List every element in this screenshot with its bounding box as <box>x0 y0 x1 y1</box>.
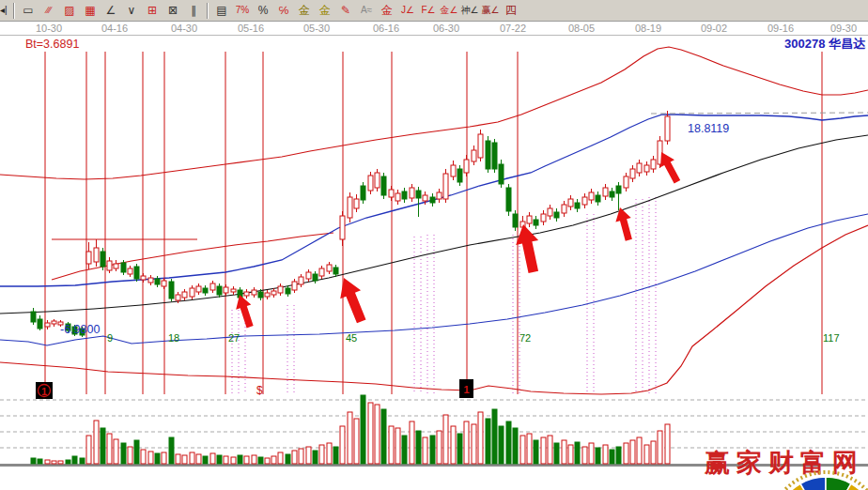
candle <box>575 203 580 208</box>
stock-code-name: 300278 华昌达 <box>784 37 866 51</box>
boxed-fan-tool-icon[interactable]: ▨ <box>59 2 80 20</box>
volume-bar <box>354 419 359 464</box>
candle <box>499 164 504 184</box>
candle <box>292 282 297 290</box>
volume-bar <box>506 421 511 464</box>
volume-bar <box>162 452 166 464</box>
price-label: 18.8119 <box>688 122 729 135</box>
volume-bar <box>443 415 448 464</box>
candle <box>486 141 490 169</box>
candle <box>258 292 263 298</box>
volume-bar <box>499 426 504 464</box>
candle <box>478 134 483 158</box>
volume-bar <box>169 437 174 464</box>
candle <box>45 323 50 327</box>
volume-bar <box>603 445 608 464</box>
candle <box>534 220 538 225</box>
percent-line-icon[interactable]: ℅ <box>273 2 294 20</box>
volume-bar <box>244 456 249 464</box>
candle <box>630 169 635 178</box>
volume-bar <box>45 460 50 464</box>
volume-bar <box>306 447 311 464</box>
gold-circle-icon[interactable]: 金 <box>294 2 315 20</box>
volume-bar <box>58 461 63 464</box>
volume-bar <box>265 458 270 464</box>
candle <box>134 267 139 279</box>
candle <box>423 195 427 201</box>
candle <box>410 188 414 198</box>
volume-bar <box>333 447 338 464</box>
prev-partial-icon[interactable]: ◂| <box>0 2 10 20</box>
zigzag-tool-icon[interactable]: ∨ <box>121 2 142 20</box>
volume-bar <box>658 431 662 464</box>
rectangle-tool-icon[interactable]: ▭ <box>18 2 39 20</box>
day-count-label: 117 <box>823 332 840 344</box>
day-count-label: 45 <box>346 332 357 344</box>
volume-bar <box>278 452 283 464</box>
grid-arrow-tool-icon[interactable]: ⊠ <box>163 2 183 20</box>
percent-icon[interactable]: % <box>253 2 273 20</box>
volume-bar <box>224 456 228 464</box>
date-label: 04-30 <box>171 23 197 34</box>
volume-bar <box>624 443 628 464</box>
toolbar-separator <box>13 3 15 19</box>
volume-bar <box>80 458 85 464</box>
candle-brush-icon[interactable]: ✎ <box>335 2 356 20</box>
trend-line-tool-icon[interactable]: ∠ <box>101 2 121 20</box>
volume-bar <box>231 457 236 464</box>
f-angle-icon[interactable]: F∠ <box>418 2 439 20</box>
volume-bar <box>190 452 194 464</box>
volume-bar <box>520 436 525 464</box>
watermark-text: 赢家财富网 <box>704 449 864 477</box>
wave-tool-icon[interactable]: A≈ <box>356 2 377 20</box>
date-label: 08-05 <box>568 23 595 34</box>
candle <box>252 290 256 295</box>
volume-bar <box>389 426 394 464</box>
grid-tool-icon[interactable]: ⊞ <box>142 2 163 20</box>
volume-bar <box>176 454 180 464</box>
date-label: 06-30 <box>433 23 459 34</box>
volume-bar <box>134 440 139 464</box>
candle <box>464 160 469 173</box>
toolbar: ◂|▭∕∕∕▨▦∠∨⊞⊠∥▤7%%℅金金✎A≈金J∠F∠金∠神∠赢∠四 <box>0 0 868 22</box>
gold-angle-icon[interactable]: 金∠ <box>439 2 459 20</box>
volume-bar <box>148 452 153 464</box>
candle <box>182 292 187 298</box>
candle <box>354 199 359 208</box>
gann-box-tool-icon[interactable]: ▦ <box>80 2 101 20</box>
si-icon[interactable]: 四 <box>501 2 521 20</box>
candle <box>196 286 201 292</box>
volume-bar <box>568 445 573 464</box>
volume-bar <box>86 436 91 464</box>
volume-bar <box>486 419 490 464</box>
j-angle-icon[interactable]: J∠ <box>397 2 418 20</box>
volume-bar <box>72 456 77 464</box>
shen-angle-icon[interactable]: 神∠ <box>459 2 480 20</box>
candle <box>451 165 456 176</box>
volume-bar <box>238 455 242 464</box>
indicator-panel-icon[interactable]: ▤ <box>211 2 232 20</box>
candle <box>114 264 118 268</box>
candle <box>169 282 174 299</box>
gold-underline-icon[interactable]: 金 <box>377 2 397 20</box>
volume-bar <box>644 445 649 464</box>
chart-canvas[interactable]: 11$Bt=3.6891300278 华昌达18.8119-6.98009182… <box>0 36 868 490</box>
volume-bar <box>464 421 469 464</box>
gold-line-icon[interactable]: 金 <box>315 2 335 20</box>
ying-angle-icon[interactable]: 赢∠ <box>480 2 501 20</box>
candle <box>416 191 421 198</box>
candle <box>210 283 215 290</box>
fan-rays-tool-icon[interactable]: ∕∕∕ <box>39 2 59 20</box>
percent-strike-icon[interactable]: 7% <box>232 2 253 20</box>
volume-bar <box>319 445 324 464</box>
candle <box>596 195 600 202</box>
volume-bar <box>630 440 635 464</box>
candle <box>348 197 352 218</box>
volume-bar <box>430 436 435 464</box>
volume-bar <box>121 443 126 464</box>
candle <box>506 188 511 211</box>
parallel-lines-tool-icon[interactable]: ∥ <box>183 2 204 20</box>
date-label: 07-22 <box>500 23 526 34</box>
volume-bar <box>217 455 222 464</box>
date-label: 08-19 <box>635 23 661 34</box>
